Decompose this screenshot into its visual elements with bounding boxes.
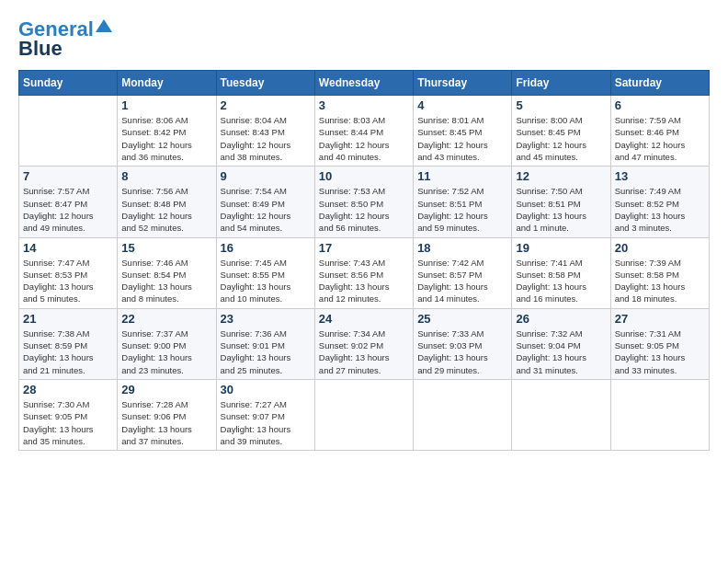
weekday-header: Tuesday: [216, 71, 314, 96]
day-number: 23: [221, 312, 311, 326]
calendar-cell: 21Sunrise: 7:38 AM Sunset: 8:59 PM Dayli…: [19, 308, 118, 379]
day-number: 13: [615, 169, 705, 183]
day-info: Sunrise: 7:30 AM Sunset: 9:05 PM Dayligh…: [23, 398, 113, 447]
header: General Blue: [18, 18, 710, 61]
weekday-header: Wednesday: [314, 71, 413, 96]
day-number: 26: [516, 312, 606, 326]
calendar-cell: [512, 379, 610, 450]
calendar-cell: 12Sunrise: 7:50 AM Sunset: 8:51 PM Dayli…: [512, 167, 610, 237]
calendar-cell: 15Sunrise: 7:46 AM Sunset: 8:54 PM Dayli…: [118, 237, 216, 308]
day-info: Sunrise: 7:43 AM Sunset: 8:56 PM Dayligh…: [319, 257, 409, 305]
calendar-cell: 3Sunrise: 8:03 AM Sunset: 8:44 PM Daylig…: [314, 96, 413, 167]
day-number: 28: [23, 383, 113, 396]
calendar-cell: 4Sunrise: 8:01 AM Sunset: 8:45 PM Daylig…: [414, 96, 512, 167]
calendar-cell: 6Sunrise: 7:59 AM Sunset: 8:46 PM Daylig…: [610, 96, 709, 167]
calendar-cell: [19, 96, 118, 167]
day-number: 14: [23, 241, 113, 255]
calendar-cell: 2Sunrise: 8:04 AM Sunset: 8:43 PM Daylig…: [216, 96, 314, 167]
day-number: 7: [23, 169, 113, 183]
day-info: Sunrise: 7:36 AM Sunset: 9:01 PM Dayligh…: [221, 327, 311, 376]
day-info: Sunrise: 7:53 AM Sunset: 8:50 PM Dayligh…: [319, 185, 409, 234]
day-info: Sunrise: 7:56 AM Sunset: 8:48 PM Dayligh…: [121, 185, 211, 234]
day-number: 6: [615, 98, 705, 112]
calendar-cell: 5Sunrise: 8:00 AM Sunset: 8:45 PM Daylig…: [512, 96, 610, 167]
day-number: 21: [23, 312, 113, 326]
day-info: Sunrise: 7:37 AM Sunset: 9:00 PM Dayligh…: [121, 327, 211, 376]
logo-icon: [96, 19, 112, 32]
day-number: 24: [319, 312, 409, 326]
day-number: 30: [221, 383, 311, 396]
day-number: 20: [615, 241, 705, 255]
day-info: Sunrise: 7:50 AM Sunset: 8:51 PM Dayligh…: [516, 185, 606, 234]
calendar-cell: 10Sunrise: 7:53 AM Sunset: 8:50 PM Dayli…: [314, 167, 413, 237]
weekday-header: Saturday: [610, 71, 709, 96]
calendar-cell: 28Sunrise: 7:30 AM Sunset: 9:05 PM Dayli…: [19, 379, 118, 450]
day-info: Sunrise: 7:41 AM Sunset: 8:58 PM Dayligh…: [516, 257, 606, 305]
calendar-cell: [610, 379, 709, 450]
day-info: Sunrise: 7:54 AM Sunset: 8:49 PM Dayligh…: [221, 185, 311, 234]
weekday-header: Monday: [118, 71, 216, 96]
day-number: 2: [221, 98, 311, 112]
calendar-cell: 11Sunrise: 7:52 AM Sunset: 8:51 PM Dayli…: [414, 167, 512, 237]
weekday-header: Sunday: [19, 71, 118, 96]
calendar-cell: 27Sunrise: 7:31 AM Sunset: 9:05 PM Dayli…: [610, 308, 709, 379]
day-info: Sunrise: 7:42 AM Sunset: 8:57 PM Dayligh…: [417, 257, 507, 305]
day-info: Sunrise: 8:03 AM Sunset: 8:44 PM Dayligh…: [319, 114, 409, 163]
day-number: 29: [121, 383, 211, 396]
day-number: 16: [221, 241, 311, 255]
day-number: 12: [516, 169, 606, 183]
day-number: 22: [121, 312, 211, 326]
day-info: Sunrise: 7:57 AM Sunset: 8:47 PM Dayligh…: [23, 185, 113, 234]
day-info: Sunrise: 7:28 AM Sunset: 9:06 PM Dayligh…: [121, 398, 211, 447]
day-info: Sunrise: 7:32 AM Sunset: 9:04 PM Dayligh…: [516, 327, 606, 376]
calendar-cell: 25Sunrise: 7:33 AM Sunset: 9:03 PM Dayli…: [414, 308, 512, 379]
calendar-cell: [414, 379, 512, 450]
day-number: 17: [319, 241, 409, 255]
day-info: Sunrise: 8:04 AM Sunset: 8:43 PM Dayligh…: [221, 114, 311, 163]
day-number: 4: [417, 98, 507, 112]
calendar-cell: 29Sunrise: 7:28 AM Sunset: 9:06 PM Dayli…: [118, 379, 216, 450]
day-info: Sunrise: 7:33 AM Sunset: 9:03 PM Dayligh…: [417, 327, 507, 376]
calendar-cell: 26Sunrise: 7:32 AM Sunset: 9:04 PM Dayli…: [512, 308, 610, 379]
calendar-cell: 18Sunrise: 7:42 AM Sunset: 8:57 PM Dayli…: [414, 237, 512, 308]
logo: General Blue: [18, 18, 112, 61]
day-number: 1: [121, 98, 211, 112]
day-number: 5: [516, 98, 606, 112]
day-number: 27: [615, 312, 705, 326]
calendar-cell: 1Sunrise: 8:06 AM Sunset: 8:42 PM Daylig…: [118, 96, 216, 167]
day-info: Sunrise: 7:59 AM Sunset: 8:46 PM Dayligh…: [615, 114, 705, 163]
day-info: Sunrise: 7:38 AM Sunset: 8:59 PM Dayligh…: [23, 327, 113, 376]
weekday-header: Thursday: [414, 71, 512, 96]
calendar-cell: 19Sunrise: 7:41 AM Sunset: 8:58 PM Dayli…: [512, 237, 610, 308]
day-number: 15: [121, 241, 211, 255]
day-number: 8: [121, 169, 211, 183]
day-info: Sunrise: 8:01 AM Sunset: 8:45 PM Dayligh…: [417, 114, 507, 163]
weekday-header: Friday: [512, 71, 610, 96]
day-number: 9: [221, 169, 311, 183]
day-number: 19: [516, 241, 606, 255]
day-info: Sunrise: 8:06 AM Sunset: 8:42 PM Dayligh…: [121, 114, 211, 163]
calendar-table: SundayMondayTuesdayWednesdayThursdayFrid…: [18, 70, 710, 451]
day-number: 10: [319, 169, 409, 183]
calendar-cell: 24Sunrise: 7:34 AM Sunset: 9:02 PM Dayli…: [314, 308, 413, 379]
day-info: Sunrise: 7:49 AM Sunset: 8:52 PM Dayligh…: [615, 185, 705, 234]
day-number: 3: [319, 98, 409, 112]
calendar-cell: 8Sunrise: 7:56 AM Sunset: 8:48 PM Daylig…: [118, 167, 216, 237]
day-info: Sunrise: 7:45 AM Sunset: 8:55 PM Dayligh…: [221, 257, 311, 305]
day-info: Sunrise: 7:31 AM Sunset: 9:05 PM Dayligh…: [615, 327, 705, 376]
calendar-cell: 13Sunrise: 7:49 AM Sunset: 8:52 PM Dayli…: [610, 167, 709, 237]
day-info: Sunrise: 7:34 AM Sunset: 9:02 PM Dayligh…: [319, 327, 409, 376]
day-number: 25: [417, 312, 507, 326]
calendar-cell: 22Sunrise: 7:37 AM Sunset: 9:00 PM Dayli…: [118, 308, 216, 379]
day-info: Sunrise: 7:27 AM Sunset: 9:07 PM Dayligh…: [221, 398, 311, 447]
day-number: 18: [417, 241, 507, 255]
day-info: Sunrise: 7:46 AM Sunset: 8:54 PM Dayligh…: [121, 257, 211, 305]
calendar-cell: 17Sunrise: 7:43 AM Sunset: 8:56 PM Dayli…: [314, 237, 413, 308]
calendar-cell: 23Sunrise: 7:36 AM Sunset: 9:01 PM Dayli…: [216, 308, 314, 379]
day-info: Sunrise: 7:52 AM Sunset: 8:51 PM Dayligh…: [417, 185, 507, 234]
calendar-cell: 7Sunrise: 7:57 AM Sunset: 8:47 PM Daylig…: [19, 167, 118, 237]
svg-marker-0: [96, 19, 112, 32]
day-info: Sunrise: 8:00 AM Sunset: 8:45 PM Dayligh…: [516, 114, 606, 163]
day-info: Sunrise: 7:47 AM Sunset: 8:53 PM Dayligh…: [23, 257, 113, 305]
calendar-cell: [314, 379, 413, 450]
